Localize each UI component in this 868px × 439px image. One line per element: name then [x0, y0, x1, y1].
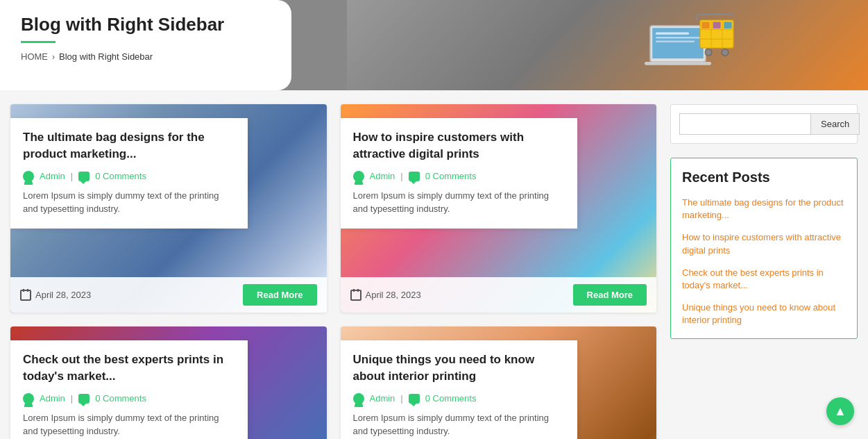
card-author-4: Admin: [370, 393, 395, 404]
user-icon-4: [353, 393, 364, 404]
svg-rect-5: [656, 41, 695, 42]
comment-icon-3: [78, 394, 90, 404]
search-button[interactable]: Search: [810, 113, 860, 135]
search-input[interactable]: [679, 113, 810, 135]
card-content-3: Check out the best experts prints in tod…: [10, 340, 248, 439]
page-title: Blog with Right Sidebar: [21, 14, 271, 35]
comment-icon-1: [78, 172, 90, 181]
meta-sep-1: |: [71, 171, 73, 181]
blog-card-4: Unique things you need to know about int…: [341, 326, 657, 439]
card-title-2: How to inspire customers with attractive…: [353, 129, 565, 163]
blog-grid: The ultimate bag designs for the product…: [10, 104, 656, 439]
svg-rect-12: [713, 22, 720, 28]
read-more-button-1[interactable]: Read More: [243, 284, 316, 306]
card-title-1: The ultimate bag designs for the product…: [23, 129, 235, 163]
card-date-1: April 28, 2023: [20, 290, 243, 301]
read-more-button-2[interactable]: Read More: [573, 284, 647, 306]
meta-sep-4: |: [400, 393, 402, 404]
blog-card-3: Check out the best experts prints in tod…: [10, 326, 327, 439]
card-date-text-1: April 28, 2023: [35, 290, 91, 300]
card-excerpt-2: Lorem Ipsum is simply dummy text of the …: [353, 189, 565, 216]
card-content-4: Unique things you need to know about int…: [341, 340, 578, 439]
header-white-box: Blog with Right Sidebar HOME › Blog with…: [0, 0, 291, 90]
card-footer-1: April 28, 2023 Read More: [10, 277, 327, 313]
blog-card-2: How to inspire customers with attractive…: [341, 104, 657, 313]
card-content-2: How to inspire customers with attractive…: [341, 118, 578, 229]
page-header: Blog with Right Sidebar HOME › Blog with…: [0, 0, 868, 90]
card-comments-3: 0 Comments: [95, 393, 146, 404]
card-meta-1: Admin | 0 Comments: [23, 171, 235, 182]
svg-rect-13: [724, 22, 731, 28]
search-widget: Search: [670, 104, 858, 144]
svg-point-14: [705, 49, 712, 56]
calendar-icon-2: [350, 290, 361, 301]
comment-icon-4: [409, 394, 420, 404]
recent-post-item-4[interactable]: Unique things you need to know about int…: [682, 301, 846, 326]
card-date-2: April 28, 2023: [350, 290, 573, 301]
card-date-text-2: April 28, 2023: [366, 290, 421, 300]
card-meta-3: Admin | 0 Comments: [23, 393, 235, 404]
scroll-to-top-button[interactable]: ▲: [826, 397, 854, 425]
card-comments-2: 0 Comments: [425, 171, 477, 181]
card-excerpt-1: Lorem Ipsum is simply dummy text of the …: [23, 189, 235, 216]
recent-posts-widget: Recent Posts The ultimate bag designs fo…: [670, 158, 858, 339]
card-author-2: Admin: [370, 171, 395, 181]
user-icon-2: [353, 171, 364, 182]
svg-rect-11: [701, 22, 709, 28]
meta-sep-3: |: [71, 393, 73, 404]
breadcrumb-separator: ›: [52, 52, 55, 62]
main-container: The ultimate bag designs for the product…: [0, 90, 868, 439]
recent-posts-title: Recent Posts: [682, 169, 846, 185]
title-underline: [21, 41, 56, 43]
sidebar: Search Recent Posts The ultimate bag des…: [670, 104, 858, 439]
svg-rect-2: [645, 62, 711, 65]
breadcrumb: HOME › Blog with Right Sidebar: [21, 51, 271, 62]
recent-post-item-2[interactable]: How to inspire customers with attractive…: [682, 231, 846, 256]
breadcrumb-home[interactable]: HOME: [21, 51, 48, 62]
meta-sep-2: |: [400, 171, 402, 181]
breadcrumb-current: Blog with Right Sidebar: [59, 51, 153, 62]
recent-post-item-3[interactable]: Check out the best experts prints in tod…: [682, 267, 846, 292]
card-footer-2: April 28, 2023 Read More: [341, 277, 657, 313]
user-icon-1: [23, 171, 34, 182]
card-excerpt-3: Lorem Ipsum is simply dummy text of the …: [23, 411, 235, 438]
card-title-3: Check out the best experts prints in tod…: [23, 351, 235, 385]
card-comments-1: 0 Comments: [95, 171, 146, 181]
blog-card-1: The ultimate bag designs for the product…: [10, 104, 327, 313]
card-author-3: Admin: [40, 393, 65, 404]
chevron-up-icon: ▲: [834, 404, 846, 419]
calendar-icon-1: [20, 290, 31, 301]
svg-rect-3: [656, 33, 689, 35]
card-meta-4: Admin | 0 Comments: [353, 393, 565, 404]
card-meta-2: Admin | 0 Comments: [353, 171, 565, 182]
svg-rect-4: [656, 37, 700, 38]
card-excerpt-4: Lorem Ipsum is simply dummy text of the …: [353, 411, 565, 438]
svg-point-15: [722, 49, 729, 56]
recent-post-item-1[interactable]: The ultimate bag designs for the product…: [682, 197, 846, 222]
header-cart-illustration: [521, 0, 868, 90]
card-title-4: Unique things you need to know about int…: [353, 351, 565, 385]
card-comments-4: 0 Comments: [425, 393, 477, 404]
user-icon-3: [23, 393, 34, 404]
card-author-1: Admin: [40, 171, 65, 181]
card-content-1: The ultimate bag designs for the product…: [10, 118, 248, 229]
comment-icon-2: [409, 172, 420, 181]
